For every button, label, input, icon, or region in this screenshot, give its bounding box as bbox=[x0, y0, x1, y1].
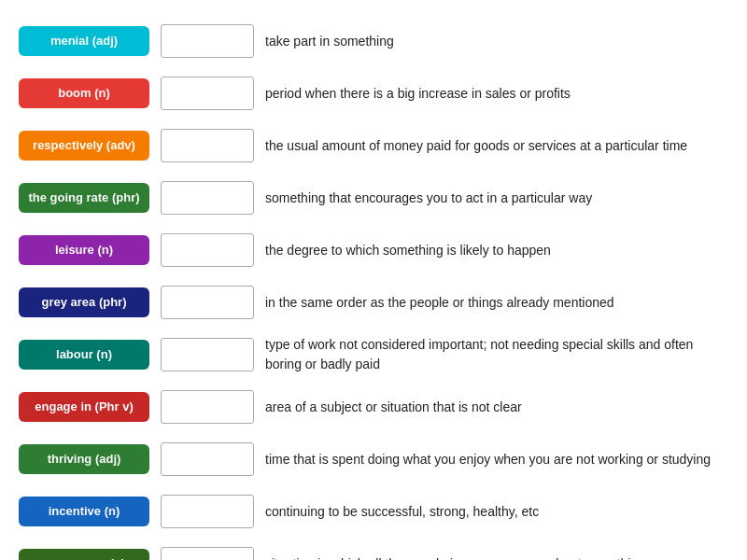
table-row: incentive (n)continuing to be successful… bbox=[19, 489, 728, 534]
definition-text-8: time that is spent doing what you enjoy … bbox=[265, 450, 728, 469]
table-row: grey area (phr)in the same order as the … bbox=[19, 280, 728, 325]
definition-text-6: type of work not considered important; n… bbox=[265, 335, 728, 374]
definition-text-2: the usual amount of money paid for goods… bbox=[265, 136, 728, 156]
answer-input-6[interactable] bbox=[161, 338, 254, 371]
matching-exercise: menial (adj)take part in somethingboom (… bbox=[19, 19, 728, 560]
term-label-8: thriving (adj) bbox=[19, 444, 149, 475]
table-row: engage in (Phr v)area of a subject or si… bbox=[19, 385, 728, 429]
answer-input-0[interactable] bbox=[161, 24, 254, 58]
table-row: consensus (n)situation in which all the … bbox=[19, 541, 728, 560]
term-label-4: leisure (n) bbox=[19, 235, 149, 266]
table-row: thriving (adj)time that is spent doing w… bbox=[19, 437, 728, 482]
term-label-7: engage in (Phr v) bbox=[19, 392, 149, 423]
answer-input-2[interactable] bbox=[161, 129, 254, 162]
definition-text-1: period when there is a big increase in s… bbox=[265, 84, 728, 104]
answer-input-3[interactable] bbox=[161, 181, 254, 215]
term-label-10: consensus (n) bbox=[19, 549, 149, 560]
answer-input-10[interactable] bbox=[161, 547, 254, 560]
definition-text-7: area of a subject or situation that is n… bbox=[265, 398, 728, 417]
definition-text-5: in the same order as the people or thing… bbox=[265, 293, 728, 313]
table-row: respectively (adv)the usual amount of mo… bbox=[19, 123, 728, 168]
answer-input-8[interactable] bbox=[161, 442, 254, 476]
definition-text-9: continuing to be successful, strong, hea… bbox=[265, 502, 728, 522]
term-label-3: the going rate (phr) bbox=[19, 183, 149, 214]
term-label-2: respectively (adv) bbox=[19, 131, 149, 161]
table-row: boom (n)period when there is a big incre… bbox=[19, 71, 728, 116]
definition-text-0: take part in something bbox=[265, 32, 728, 51]
table-row: leisure (n)the degree to which something… bbox=[19, 228, 728, 273]
term-label-1: boom (n) bbox=[19, 78, 149, 109]
term-label-0: menial (adj) bbox=[19, 26, 149, 57]
definition-text-3: something that encourages you to act in … bbox=[265, 189, 728, 208]
table-row: labour (n)type of work not considered im… bbox=[19, 332, 728, 377]
answer-input-9[interactable] bbox=[161, 495, 254, 528]
answer-input-5[interactable] bbox=[161, 286, 254, 319]
table-row: menial (adj)take part in something bbox=[19, 19, 728, 63]
answer-input-4[interactable] bbox=[161, 233, 254, 267]
term-label-6: labour (n) bbox=[19, 340, 149, 371]
term-label-5: grey area (phr) bbox=[19, 287, 149, 318]
answer-input-7[interactable] bbox=[161, 390, 254, 424]
definition-text-10: situation in which all the people in a g… bbox=[265, 554, 728, 561]
term-label-9: incentive (n) bbox=[19, 497, 149, 527]
table-row: the going rate (phr)something that encou… bbox=[19, 175, 728, 220]
definition-text-4: the degree to which something is likely … bbox=[265, 241, 728, 260]
answer-input-1[interactable] bbox=[161, 77, 254, 110]
